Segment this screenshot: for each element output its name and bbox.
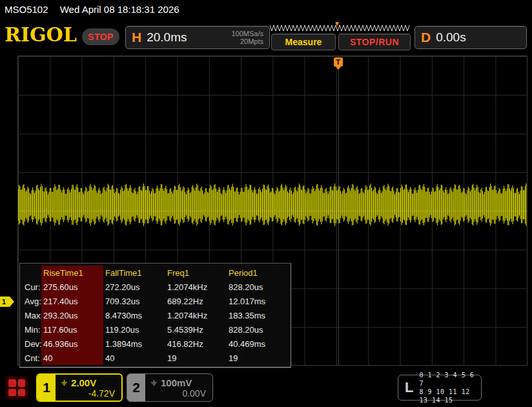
delay-panel[interactable]: D 0.00s bbox=[414, 26, 527, 49]
table-cell: 689.22Hz bbox=[165, 297, 227, 306]
table-cell: 272.20us bbox=[103, 282, 165, 292]
table-cell: 8.4730ms bbox=[103, 311, 165, 320]
logic-digits-row1: 0 1 2 3 4 5 6 7 bbox=[419, 371, 481, 388]
trigger-marker-icon[interactable]: T bbox=[334, 57, 343, 67]
channel2-offset: 0.00V bbox=[150, 388, 206, 399]
model-name: MSO5102 bbox=[5, 4, 48, 15]
measurement-table: RiseTime1 FallTime1 Freq1 Period1 Cur: 2… bbox=[19, 263, 291, 368]
channel2-scale: 100mV bbox=[161, 377, 192, 388]
waveform-preview-strip[interactable]: ▼ bbox=[270, 23, 411, 33]
table-cell: 828.20us bbox=[227, 325, 289, 335]
table-cell: 293.20us bbox=[41, 308, 103, 322]
table-cell: 183.35ms bbox=[227, 311, 289, 320]
channel2-badge[interactable]: 2 100mV 0.00V bbox=[127, 373, 213, 402]
channel1-scale: 2.00V bbox=[71, 377, 96, 388]
table-cell: 828.20us bbox=[227, 282, 289, 292]
oscilloscope-screen: MSO5102 Wed April 08 18:18:31 2026 RIGOL… bbox=[0, 0, 532, 407]
column-header-period[interactable]: Period1 bbox=[227, 268, 289, 278]
table-cell: 119.20us bbox=[103, 325, 165, 335]
table-cell: 1.2074kHz bbox=[165, 282, 227, 292]
row-label: Cur: bbox=[20, 282, 41, 292]
h-label: H bbox=[132, 30, 141, 45]
datetime: Wed April 08 18:18:31 2026 bbox=[60, 4, 179, 15]
rigol-logo: RIGOL bbox=[5, 23, 77, 46]
row-label: Max: bbox=[20, 311, 41, 320]
table-cell: 275.60us bbox=[41, 280, 103, 294]
logic-channels-badge[interactable]: L 0 1 2 3 4 5 6 7 8 9 10 11 12 13 14 15 bbox=[398, 375, 482, 401]
timebase-value: 20.0ms bbox=[147, 30, 187, 45]
table-cell: 40 bbox=[41, 351, 103, 365]
channel1-position-marker[interactable]: 1 bbox=[0, 297, 14, 307]
column-header-freq[interactable]: Freq1 bbox=[165, 268, 227, 278]
row-label: Cnt: bbox=[20, 353, 41, 363]
channel2-number: 2 bbox=[127, 374, 145, 401]
channel1-badge[interactable]: 1 2.00V -4.72V bbox=[36, 373, 123, 402]
preview-position-marker[interactable]: ▼ bbox=[334, 21, 340, 27]
d-label: D bbox=[421, 30, 431, 45]
column-header-falltime[interactable]: FallTime1 bbox=[103, 268, 165, 278]
table-cell: 416.82Hz bbox=[165, 339, 227, 349]
preview-trace bbox=[270, 23, 411, 33]
measure-button[interactable]: Measure bbox=[271, 34, 336, 50]
stop-run-button[interactable]: STOP/RUN bbox=[338, 34, 411, 50]
ground-coupling-icon bbox=[150, 380, 158, 386]
column-header-risetime[interactable]: RiseTime1 bbox=[41, 266, 103, 280]
channel1-offset: -4.72V bbox=[61, 388, 115, 399]
sample-rate: 100MSa/s bbox=[231, 30, 263, 37]
delay-value: 0.00s bbox=[436, 30, 466, 45]
table-cell: 217.40us bbox=[41, 294, 103, 308]
table-cell: 19 bbox=[227, 353, 289, 363]
table-cell: 709.32us bbox=[103, 297, 165, 306]
table-cell: 1.3894ms bbox=[103, 339, 165, 349]
table-cell: 46.936us bbox=[41, 337, 103, 351]
row-label: Min: bbox=[20, 325, 41, 335]
logic-digits-row2: 8 9 10 11 12 13 14 15 bbox=[419, 388, 481, 404]
channel1-number: 1 bbox=[37, 375, 56, 401]
logic-label: L bbox=[405, 379, 413, 396]
status-bar: MSO5102 Wed April 08 18:18:31 2026 bbox=[0, 0, 532, 19]
table-cell: 12.017ms bbox=[227, 297, 289, 306]
memory-depth: 20Mpts bbox=[231, 37, 263, 45]
row-label: Dev: bbox=[20, 339, 41, 349]
run-state-badge: STOP bbox=[82, 28, 119, 45]
table-cell: 5.4539Hz bbox=[165, 325, 227, 335]
horizontal-timebase-panel[interactable]: H 20.0ms 100MSa/s 20Mpts bbox=[125, 26, 270, 49]
table-cell: 40.469ms bbox=[227, 339, 289, 349]
ground-coupling-icon bbox=[61, 380, 68, 386]
menu-grid-icon[interactable] bbox=[5, 376, 28, 399]
row-label: Avg: bbox=[20, 297, 41, 306]
table-cell: 117.60us bbox=[41, 322, 103, 337]
table-cell: 19 bbox=[165, 353, 227, 363]
table-cell: 40 bbox=[103, 353, 165, 363]
table-cell: 1.2074kHz bbox=[165, 311, 227, 320]
